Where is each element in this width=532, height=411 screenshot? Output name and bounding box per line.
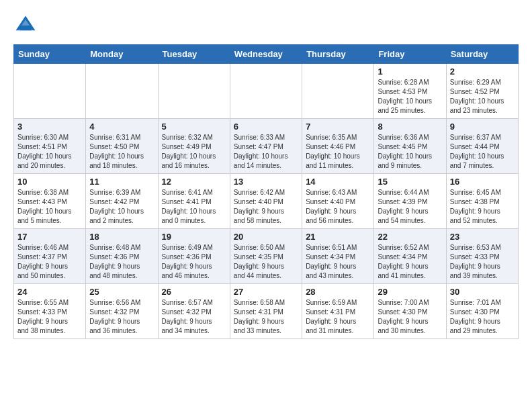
day-number: 8 <box>378 122 442 132</box>
day-info: Sunrise: 6:32 AM Sunset: 4:49 PM Dayligh… <box>162 133 226 171</box>
day-info: Sunrise: 6:46 AM Sunset: 4:37 PM Dayligh… <box>17 243 82 281</box>
day-number: 19 <box>162 232 226 242</box>
weekday-header-thursday: Thursday <box>302 45 374 64</box>
day-number: 20 <box>234 232 298 242</box>
calendar-cell: 9Sunrise: 6:37 AM Sunset: 4:44 PM Daylig… <box>446 119 518 174</box>
week-row-5: 24Sunrise: 6:55 AM Sunset: 4:33 PM Dayli… <box>14 284 519 339</box>
day-number: 3 <box>17 122 82 132</box>
calendar-cell: 8Sunrise: 6:36 AM Sunset: 4:45 PM Daylig… <box>374 119 446 174</box>
calendar-cell: 21Sunrise: 6:51 AM Sunset: 4:34 PM Dayli… <box>302 229 374 284</box>
calendar-cell: 23Sunrise: 6:53 AM Sunset: 4:33 PM Dayli… <box>446 229 518 284</box>
day-info: Sunrise: 6:48 AM Sunset: 4:36 PM Dayligh… <box>89 243 154 281</box>
calendar-cell <box>302 64 374 119</box>
day-info: Sunrise: 7:00 AM Sunset: 4:30 PM Dayligh… <box>378 298 442 336</box>
weekday-header-monday: Monday <box>86 45 158 64</box>
calendar-cell: 15Sunrise: 6:44 AM Sunset: 4:39 PM Dayli… <box>374 174 446 229</box>
week-row-2: 3Sunrise: 6:30 AM Sunset: 4:51 PM Daylig… <box>14 119 519 174</box>
day-info: Sunrise: 6:53 AM Sunset: 4:33 PM Dayligh… <box>450 243 515 281</box>
day-info: Sunrise: 6:44 AM Sunset: 4:39 PM Dayligh… <box>378 188 442 226</box>
calendar-cell: 11Sunrise: 6:39 AM Sunset: 4:42 PM Dayli… <box>86 174 158 229</box>
day-info: Sunrise: 6:42 AM Sunset: 4:40 PM Dayligh… <box>234 188 298 226</box>
day-number: 14 <box>306 177 370 187</box>
day-info: Sunrise: 6:52 AM Sunset: 4:34 PM Dayligh… <box>378 243 442 281</box>
weekday-header-sunday: Sunday <box>14 45 86 64</box>
day-number: 2 <box>450 66 515 77</box>
logo-icon <box>13 13 38 38</box>
day-info: Sunrise: 6:45 AM Sunset: 4:38 PM Dayligh… <box>450 188 515 226</box>
calendar-cell: 2Sunrise: 6:29 AM Sunset: 4:52 PM Daylig… <box>446 64 518 119</box>
calendar-cell: 7Sunrise: 6:35 AM Sunset: 4:46 PM Daylig… <box>302 119 374 174</box>
day-number: 18 <box>89 232 154 242</box>
day-number: 21 <box>306 232 370 242</box>
weekday-header-saturday: Saturday <box>446 45 518 64</box>
day-info: Sunrise: 6:58 AM Sunset: 4:31 PM Dayligh… <box>234 298 298 336</box>
week-row-3: 10Sunrise: 6:38 AM Sunset: 4:43 PM Dayli… <box>14 174 519 229</box>
day-info: Sunrise: 6:35 AM Sunset: 4:46 PM Dayligh… <box>306 133 370 171</box>
day-number: 28 <box>306 287 370 297</box>
calendar-cell: 1Sunrise: 6:28 AM Sunset: 4:53 PM Daylig… <box>374 64 446 119</box>
day-number: 10 <box>17 177 82 187</box>
calendar-cell: 4Sunrise: 6:31 AM Sunset: 4:50 PM Daylig… <box>86 119 158 174</box>
day-info: Sunrise: 6:31 AM Sunset: 4:50 PM Dayligh… <box>89 133 154 171</box>
weekday-header-friday: Friday <box>374 45 446 64</box>
calendar-cell: 24Sunrise: 6:55 AM Sunset: 4:33 PM Dayli… <box>14 284 86 339</box>
day-info: Sunrise: 6:55 AM Sunset: 4:33 PM Dayligh… <box>17 298 82 336</box>
calendar-page: SundayMondayTuesdayWednesdayThursdayFrid… <box>0 0 532 346</box>
calendar-cell: 12Sunrise: 6:41 AM Sunset: 4:41 PM Dayli… <box>158 174 230 229</box>
weekday-header-wednesday: Wednesday <box>230 45 302 64</box>
calendar-cell <box>86 64 158 119</box>
week-row-4: 17Sunrise: 6:46 AM Sunset: 4:37 PM Dayli… <box>14 229 519 284</box>
day-info: Sunrise: 6:56 AM Sunset: 4:32 PM Dayligh… <box>89 298 154 336</box>
day-number: 30 <box>450 287 515 297</box>
day-info: Sunrise: 6:49 AM Sunset: 4:36 PM Dayligh… <box>162 243 226 281</box>
day-number: 22 <box>378 232 442 242</box>
calendar-cell: 14Sunrise: 6:43 AM Sunset: 4:40 PM Dayli… <box>302 174 374 229</box>
day-info: Sunrise: 6:38 AM Sunset: 4:43 PM Dayligh… <box>17 188 82 226</box>
day-info: Sunrise: 6:36 AM Sunset: 4:45 PM Dayligh… <box>378 133 442 171</box>
weekday-header-row: SundayMondayTuesdayWednesdayThursdayFrid… <box>14 45 519 64</box>
week-row-1: 1Sunrise: 6:28 AM Sunset: 4:53 PM Daylig… <box>14 64 519 119</box>
weekday-header-tuesday: Tuesday <box>158 45 230 64</box>
day-info: Sunrise: 6:57 AM Sunset: 4:32 PM Dayligh… <box>162 298 226 336</box>
day-info: Sunrise: 6:51 AM Sunset: 4:34 PM Dayligh… <box>306 243 370 281</box>
calendar-cell: 26Sunrise: 6:57 AM Sunset: 4:32 PM Dayli… <box>158 284 230 339</box>
calendar-cell: 13Sunrise: 6:42 AM Sunset: 4:40 PM Dayli… <box>230 174 302 229</box>
svg-rect-2 <box>19 26 32 30</box>
logo <box>13 13 40 38</box>
calendar-cell: 10Sunrise: 6:38 AM Sunset: 4:43 PM Dayli… <box>14 174 86 229</box>
day-info: Sunrise: 6:59 AM Sunset: 4:31 PM Dayligh… <box>306 298 370 336</box>
day-number: 15 <box>378 177 442 187</box>
calendar-cell: 29Sunrise: 7:00 AM Sunset: 4:30 PM Dayli… <box>374 284 446 339</box>
day-number: 12 <box>162 177 226 187</box>
calendar-cell: 25Sunrise: 6:56 AM Sunset: 4:32 PM Dayli… <box>86 284 158 339</box>
calendar-cell: 16Sunrise: 6:45 AM Sunset: 4:38 PM Dayli… <box>446 174 518 229</box>
day-number: 13 <box>234 177 298 187</box>
day-info: Sunrise: 6:39 AM Sunset: 4:42 PM Dayligh… <box>89 188 154 226</box>
calendar-cell: 27Sunrise: 6:58 AM Sunset: 4:31 PM Dayli… <box>230 284 302 339</box>
day-number: 24 <box>17 287 82 297</box>
day-number: 9 <box>450 122 515 132</box>
day-info: Sunrise: 6:29 AM Sunset: 4:52 PM Dayligh… <box>450 78 515 116</box>
day-number: 1 <box>378 66 442 77</box>
day-info: Sunrise: 6:30 AM Sunset: 4:51 PM Dayligh… <box>17 133 82 171</box>
calendar-cell: 5Sunrise: 6:32 AM Sunset: 4:49 PM Daylig… <box>158 119 230 174</box>
day-number: 29 <box>378 287 442 297</box>
day-number: 7 <box>306 122 370 132</box>
calendar-table: SundayMondayTuesdayWednesdayThursdayFrid… <box>13 44 519 339</box>
calendar-cell: 22Sunrise: 6:52 AM Sunset: 4:34 PM Dayli… <box>374 229 446 284</box>
header <box>13 13 519 38</box>
calendar-cell <box>230 64 302 119</box>
day-info: Sunrise: 6:37 AM Sunset: 4:44 PM Dayligh… <box>450 133 515 171</box>
calendar-cell: 30Sunrise: 7:01 AM Sunset: 4:30 PM Dayli… <box>446 284 518 339</box>
calendar-cell <box>14 64 86 119</box>
day-info: Sunrise: 6:33 AM Sunset: 4:47 PM Dayligh… <box>234 133 298 171</box>
day-number: 17 <box>17 232 82 242</box>
calendar-cell: 19Sunrise: 6:49 AM Sunset: 4:36 PM Dayli… <box>158 229 230 284</box>
calendar-cell: 28Sunrise: 6:59 AM Sunset: 4:31 PM Dayli… <box>302 284 374 339</box>
day-info: Sunrise: 6:43 AM Sunset: 4:40 PM Dayligh… <box>306 188 370 226</box>
day-number: 11 <box>89 177 154 187</box>
calendar-cell: 20Sunrise: 6:50 AM Sunset: 4:35 PM Dayli… <box>230 229 302 284</box>
day-number: 4 <box>89 122 154 132</box>
calendar-cell: 18Sunrise: 6:48 AM Sunset: 4:36 PM Dayli… <box>86 229 158 284</box>
day-number: 5 <box>162 122 226 132</box>
